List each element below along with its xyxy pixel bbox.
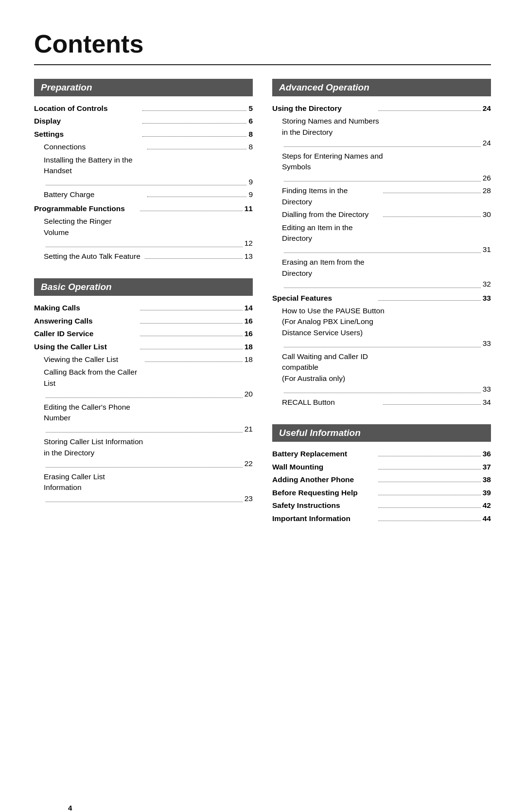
toc-dots: [378, 495, 480, 495]
toc-text: Adding Another Phone: [272, 474, 376, 485]
toc-adding-another-phone: Adding Another Phone 38: [272, 474, 491, 485]
toc-page: 21: [245, 424, 253, 434]
toc-page: 22: [245, 458, 253, 469]
toc-page: 8: [248, 129, 253, 140]
section-advanced-operation: Advanced Operation Using the Directory 2…: [272, 79, 491, 410]
section-header-useful-information: Useful Information: [272, 424, 491, 442]
toc-page: 32: [483, 279, 491, 289]
toc-page: 36: [483, 449, 491, 459]
toc-text: Dialling from the Directory: [282, 209, 381, 220]
toc-text: Using the Caller List: [34, 342, 138, 352]
toc-text: RECALL Button: [282, 397, 381, 408]
toc-text: Battery Charge: [44, 189, 145, 200]
toc-dots: [383, 193, 480, 193]
toc-text: Erasing an Item from theDirectory: [282, 257, 491, 279]
toc-text: Erasing Caller ListInformation: [44, 471, 253, 493]
toc-display: Display 6: [34, 116, 253, 126]
toc-page: 6: [248, 116, 253, 126]
toc-page: 18: [245, 354, 253, 365]
toc-page: 26: [483, 173, 491, 183]
content-layout: Preparation Location of Controls 5 Displ…: [34, 79, 491, 541]
toc-text: Storing Names and Numbersin the Director…: [282, 116, 491, 138]
toc-dots: [378, 521, 480, 521]
toc-text: Caller ID Service: [34, 328, 138, 339]
toc-page: 33: [483, 384, 491, 395]
toc-connections: Connections 8: [34, 142, 253, 152]
toc-dots: [46, 432, 243, 433]
section-header-preparation: Preparation: [34, 79, 253, 96]
toc-dots: [46, 247, 243, 247]
title-rule: [34, 64, 491, 65]
toc-dots: [142, 123, 247, 124]
toc-dots: [378, 482, 480, 482]
toc-dots: [140, 211, 242, 211]
toc-dialling-directory: Dialling from the Directory 30: [272, 209, 491, 220]
toc-dots: [147, 149, 247, 149]
toc-dots: [145, 258, 242, 259]
toc-pause-button: How to Use the PAUSE Button(For Analog P…: [272, 306, 491, 349]
toc-text: Display: [34, 116, 140, 126]
toc-page: 11: [245, 203, 253, 214]
toc-dots: [140, 310, 242, 310]
toc-editing-item: Editing an Item in theDirectory 31: [272, 222, 491, 255]
toc-page: 5: [248, 103, 253, 114]
toc-text: Call Waiting and Caller IDcompatible(For…: [282, 351, 491, 384]
toc-programmable-functions: Programmable Functions 11: [34, 203, 253, 214]
toc-text: Calling Back from the CallerList: [44, 367, 253, 389]
toc-recall-button: RECALL Button 34: [272, 397, 491, 408]
toc-text: How to Use the PAUSE Button(For Analog P…: [282, 306, 491, 338]
toc-using-directory: Using the Directory 24: [272, 103, 491, 114]
toc-dots: [378, 300, 480, 301]
toc-text: Finding Items in the Directory: [282, 185, 381, 207]
toc-dots: [378, 110, 480, 111]
page-title: Contents: [34, 29, 491, 58]
toc-dots: [140, 323, 242, 324]
toc-erasing-caller-list: Erasing Caller ListInformation 23: [34, 471, 253, 504]
toc-erasing-item: Erasing an Item from theDirectory 32: [272, 257, 491, 289]
toc-using-caller-list: Using the Caller List 18: [34, 342, 253, 352]
toc-text: Editing an Item in theDirectory: [282, 222, 491, 244]
toc-settings: Settings 8: [34, 129, 253, 140]
toc-viewing-caller-list: Viewing the Caller List 18: [34, 354, 253, 365]
toc-dots: [46, 185, 246, 185]
toc-dots: [284, 181, 481, 181]
toc-text: Safety Instructions: [272, 500, 376, 511]
toc-battery-replacement: Battery Replacement 36: [272, 449, 491, 459]
toc-text: Wall Mounting: [272, 462, 376, 472]
toc-dots: [147, 197, 247, 197]
toc-caller-id-service: Caller ID Service 16: [34, 328, 253, 339]
toc-page: 9: [248, 189, 253, 200]
toc-installing-battery: Installing the Battery in theHandset 9: [34, 155, 253, 187]
toc-page: 12: [245, 238, 253, 249]
toc-text: Answering Calls: [34, 316, 138, 326]
toc-dots: [284, 347, 481, 347]
toc-text: Storing Caller List Informationin the Di…: [44, 436, 253, 458]
toc-text: Installing the Battery in theHandset: [44, 155, 253, 177]
toc-dots: [145, 361, 242, 362]
toc-dots: [378, 456, 480, 456]
toc-dots: [46, 502, 243, 502]
toc-calling-back: Calling Back from the CallerList 20: [34, 367, 253, 399]
toc-important-information: Important Information 44: [272, 513, 491, 524]
toc-page: 20: [245, 389, 253, 399]
toc-page: 38: [483, 474, 491, 485]
toc-text: Selecting the RingerVolume: [44, 216, 253, 238]
toc-text: Location of Controls: [34, 103, 140, 114]
toc-page: 9: [248, 177, 253, 187]
toc-dots: [284, 253, 481, 253]
toc-answering-calls: Answering Calls 16: [34, 316, 253, 326]
toc-call-waiting: Call Waiting and Caller IDcompatible(For…: [272, 351, 491, 395]
toc-storing-caller-list: Storing Caller List Informationin the Di…: [34, 436, 253, 469]
toc-editing-callers-phone: Editing the Caller's PhoneNumber 21: [34, 402, 253, 434]
toc-setting-auto-talk: Setting the Auto Talk Feature 13: [34, 251, 253, 262]
toc-dots: [378, 507, 480, 508]
toc-storing-names: Storing Names and Numbersin the Director…: [272, 116, 491, 148]
toc-finding-items: Finding Items in the Directory 28: [272, 185, 491, 207]
toc-before-requesting-help: Before Requesting Help 39: [272, 487, 491, 498]
toc-text: Using the Directory: [272, 103, 376, 114]
toc-dots: [383, 217, 480, 217]
toc-battery-charge: Battery Charge 9: [34, 189, 253, 200]
toc-text: Battery Replacement: [272, 449, 376, 459]
section-header-basic-operation: Basic Operation: [34, 278, 253, 296]
toc-making-calls: Making Calls 14: [34, 303, 253, 313]
